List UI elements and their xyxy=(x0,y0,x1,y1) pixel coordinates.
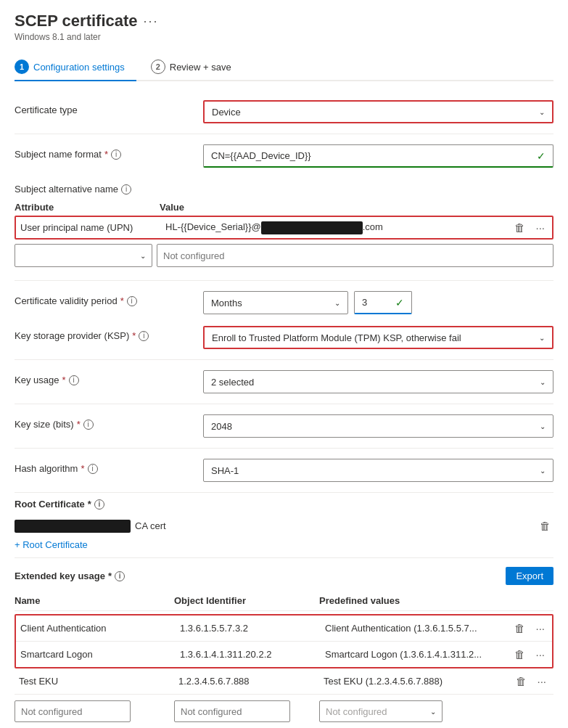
subject-name-check-icon: ✓ xyxy=(537,150,546,162)
ellipsis-menu-button[interactable]: ··· xyxy=(144,14,159,29)
san-content: Attribute Value User principal name (UPN… xyxy=(15,199,553,267)
eku-add-name-cell xyxy=(15,700,174,722)
root-cert-info-icon[interactable]: i xyxy=(94,499,104,510)
eku-col-name-header: Name xyxy=(15,595,174,606)
san-table-header: Attribute Value xyxy=(15,199,553,216)
tab-1-circle: 1 xyxy=(15,60,29,74)
key-usage-info-icon[interactable]: i xyxy=(69,375,79,385)
root-cert-delete-button[interactable]: 🗑 xyxy=(537,518,553,533)
eku-info-icon[interactable]: i xyxy=(115,571,125,581)
validity-unit-chevron-icon: ⌄ xyxy=(334,299,340,307)
eku-table-header: Name Object Identifier Predefined values xyxy=(15,591,553,611)
export-button[interactable]: Export xyxy=(506,567,553,585)
cert-type-row: Certificate type Device ⌄ xyxy=(15,94,553,129)
validity-number-input[interactable]: 3 ✓ xyxy=(354,291,412,314)
eku-client-auth-actions: 🗑 ··· xyxy=(511,621,548,636)
subject-name-required: * xyxy=(104,149,108,160)
eku-client-auth-pred: Client Authentication (1.3.6.1.5.5.7... xyxy=(325,623,511,634)
eku-add-pred-dropdown[interactable]: Not configured ⌄ xyxy=(319,700,443,722)
tab-review-label: Review + save xyxy=(170,62,231,73)
eku-client-auth-more[interactable]: ··· xyxy=(532,621,548,636)
eku-add-pred-cell: Not configured ⌄ xyxy=(319,700,553,722)
ksp-dropdown[interactable]: Enroll to Trusted Platform Module (TPM) … xyxy=(203,326,553,349)
key-usage-control: 2 selected ⌄ xyxy=(203,370,553,393)
eku-smartcard-pred: Smartcard Logon (1.3.6.1.4.1.311.2... xyxy=(325,649,511,660)
san-add-row: ⌄ xyxy=(15,244,553,267)
tab-2-circle: 2 xyxy=(151,60,165,74)
san-label: Subject alternative name i xyxy=(15,179,203,199)
redacted-email-domain xyxy=(261,221,363,234)
eku-header-row: Extended key usage * i Export xyxy=(15,567,553,585)
san-upn-row: User principal name (UPN) HL-{{Device_Se… xyxy=(15,216,553,240)
san-delete-button[interactable]: 🗑 xyxy=(511,220,528,235)
key-size-info-icon[interactable]: i xyxy=(83,420,94,430)
eku-test-eku-more[interactable]: ··· xyxy=(534,674,549,689)
key-size-chevron-icon: ⌄ xyxy=(540,422,546,430)
eku-test-eku-pred: Test EKU (1.2.3.4.5.6.7.888) xyxy=(324,676,513,687)
validity-row: Certificate validity period * i Months ⌄… xyxy=(15,285,553,320)
tabs-row: 1 Configuration settings 2 Review + save xyxy=(15,54,553,81)
eku-required: * xyxy=(108,570,112,581)
root-cert-label: Root Certificate * i xyxy=(15,499,553,510)
add-root-cert-link[interactable]: + Root Certificate xyxy=(15,539,88,550)
eku-outlined-group: Client Authentication 1.3.6.1.5.5.7.3.2 … xyxy=(15,614,553,668)
hash-algorithm-dropdown[interactable]: SHA-1 ⌄ xyxy=(203,459,553,482)
root-cert-redacted-name xyxy=(15,520,131,533)
cert-type-control: Device ⌄ xyxy=(203,100,553,123)
validity-inputs: Months ⌄ 3 ✓ xyxy=(203,291,553,314)
ksp-info-icon[interactable]: i xyxy=(139,331,149,341)
eku-col-oid-header: Object Identifier xyxy=(174,595,319,606)
tab-review[interactable]: 2 Review + save xyxy=(151,54,243,81)
subject-name-info-icon[interactable]: i xyxy=(111,150,121,160)
validity-info-icon[interactable]: i xyxy=(127,296,137,306)
san-more-button[interactable]: ··· xyxy=(532,220,548,235)
validity-required: * xyxy=(120,295,124,306)
eku-row-client-auth: Client Authentication 1.3.6.1.5.5.7.3.2 … xyxy=(16,615,552,642)
eku-col-pred-header: Predefined values xyxy=(319,595,553,606)
key-size-required: * xyxy=(77,419,81,430)
cert-type-label: Certificate type xyxy=(15,100,203,115)
eku-row-smartcard: Smartcard Logon 1.3.6.1.4.1.311.20.2.2 S… xyxy=(16,642,552,667)
key-size-row: Key size (bits) * i 2048 ⌄ xyxy=(15,409,553,443)
eku-add-pred-chevron-icon: ⌄ xyxy=(430,708,436,716)
eku-add-row: Not configured ⌄ xyxy=(15,698,553,725)
form-section: Certificate type Device ⌄ Subject name f… xyxy=(15,94,553,725)
cert-type-dropdown[interactable]: Device ⌄ xyxy=(203,100,553,123)
eku-label: Extended key usage * i xyxy=(15,570,125,581)
hash-algorithm-control: SHA-1 ⌄ xyxy=(203,459,553,482)
eku-add-oid-input[interactable] xyxy=(174,700,290,722)
eku-smartcard-oid: 1.3.6.1.4.1.311.20.2.2 xyxy=(180,649,325,660)
eku-client-auth-delete[interactable]: 🗑 xyxy=(511,621,528,636)
key-size-dropdown[interactable]: 2048 ⌄ xyxy=(203,414,553,438)
eku-section: Extended key usage * i Export Name Objec… xyxy=(15,567,553,725)
san-add-value-input[interactable] xyxy=(157,244,553,267)
san-val-header: Value xyxy=(160,202,553,213)
subject-name-dropdown[interactable]: CN={{AAD_Device_ID}} ✓ xyxy=(203,144,553,168)
key-usage-row: Key usage * i 2 selected ⌄ xyxy=(15,364,553,399)
ksp-label: Key storage provider (KSP) * i xyxy=(15,326,203,341)
eku-add-name-input[interactable] xyxy=(15,700,131,722)
page-title: SCEP certificate xyxy=(15,12,138,30)
tab-configuration[interactable]: 1 Configuration settings xyxy=(15,54,136,81)
validity-unit-dropdown[interactable]: Months ⌄ xyxy=(203,291,348,314)
eku-test-eku-delete[interactable]: 🗑 xyxy=(513,674,530,689)
ksp-control: Enroll to Trusted Platform Module (TPM) … xyxy=(203,326,553,349)
root-cert-name: CA cert xyxy=(15,520,166,533)
san-add-attr-dropdown[interactable]: ⌄ xyxy=(15,244,152,267)
key-usage-dropdown[interactable]: 2 selected ⌄ xyxy=(203,370,553,393)
ksp-chevron-icon: ⌄ xyxy=(539,334,545,342)
ksp-required: * xyxy=(132,330,136,341)
eku-smartcard-delete[interactable]: 🗑 xyxy=(511,647,528,662)
eku-client-auth-name: Client Authentication xyxy=(20,623,180,634)
san-info-icon[interactable]: i xyxy=(121,184,131,195)
key-size-label: Key size (bits) * i xyxy=(15,414,203,430)
eku-test-eku-actions: 🗑 ··· xyxy=(513,674,549,689)
subject-name-format-row: Subject name format * i CN={{AAD_Device_… xyxy=(15,139,553,173)
eku-smartcard-more[interactable]: ··· xyxy=(532,647,548,662)
validity-control: Months ⌄ 3 ✓ xyxy=(203,291,553,314)
hash-algorithm-label: Hash algorithm * i xyxy=(15,459,203,474)
subject-name-format-control: CN={{AAD_Device_ID}} ✓ xyxy=(203,144,553,168)
eku-client-auth-oid: 1.3.6.1.5.5.7.3.2 xyxy=(180,623,325,634)
eku-add-oid-cell xyxy=(174,700,319,722)
hash-algorithm-info-icon[interactable]: i xyxy=(88,464,98,474)
